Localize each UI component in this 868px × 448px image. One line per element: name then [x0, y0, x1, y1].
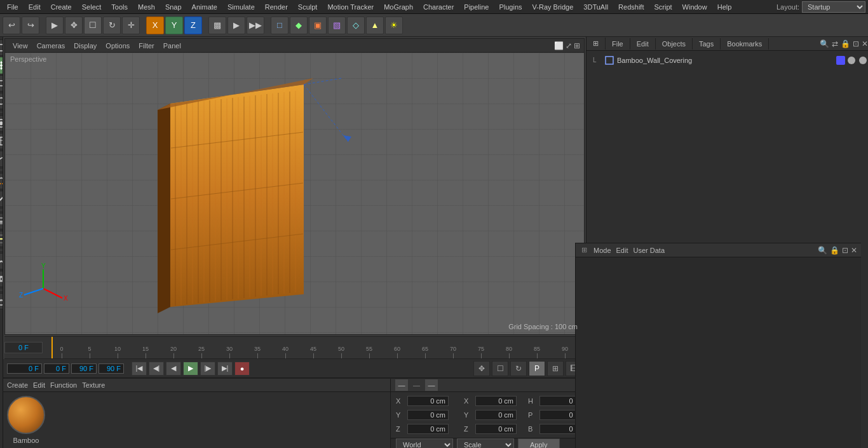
rotate-tool-button[interactable]: ↻ [103, 17, 121, 34]
vp-icon-lock[interactable]: ⊞ [574, 41, 580, 50]
redo-button[interactable]: ↪ [22, 17, 39, 34]
menu-animate[interactable]: Animate [187, 2, 222, 12]
mat-edit-menu[interactable]: Edit [33, 381, 45, 389]
vp-filter-menu[interactable]: Filter [135, 41, 158, 51]
attr-edit-menu[interactable]: Edit [616, 247, 628, 254]
menu-script[interactable]: Script [649, 2, 676, 12]
menu-tools[interactable]: Tools [107, 2, 132, 12]
menu-sculpt[interactable]: Sculpt [294, 2, 322, 12]
attr-userdata-menu[interactable]: User Data [634, 247, 665, 254]
z-pos2-input[interactable] [475, 424, 517, 434]
rpanel-tab-file[interactable]: File [606, 38, 630, 50]
cube-button[interactable]: □ [271, 17, 288, 34]
menu-file[interactable]: File [3, 2, 23, 12]
rp-search-icon[interactable]: 🔍 [820, 39, 829, 48]
camera-button[interactable]: ▲ [366, 17, 384, 34]
material-preview[interactable] [7, 396, 45, 434]
render-button[interactable]: ▶▶ [247, 17, 264, 34]
move-tool-button[interactable]: ✥ [65, 17, 83, 34]
play-back-button[interactable]: ◀ [166, 362, 181, 376]
x-pos-input[interactable] [407, 396, 449, 406]
vp-cameras-menu[interactable]: Cameras [33, 41, 69, 51]
go-end-button[interactable]: ▶| [217, 362, 233, 376]
menu-mograph[interactable]: MoGraph [379, 2, 417, 12]
attr-lock-icon[interactable]: 🔒 [830, 246, 839, 255]
current-frame-input[interactable] [7, 363, 42, 374]
transport-icon-4[interactable]: P [529, 361, 545, 376]
attr-mode-menu[interactable]: Mode [593, 247, 611, 254]
menu-mesh[interactable]: Mesh [133, 2, 159, 12]
rpanel-tab-tags[interactable]: Tags [693, 38, 721, 50]
menu-help[interactable]: Help [713, 2, 736, 12]
rpanel-tab-edit[interactable]: Edit [630, 38, 656, 50]
rp-arrows-icon[interactable]: ⇄ [832, 39, 838, 48]
z-pos-input[interactable] [407, 424, 449, 434]
effector-button[interactable]: ◇ [347, 17, 365, 34]
nurbs-button[interactable]: ▣ [309, 17, 327, 34]
go-start-button[interactable]: |◀ [132, 362, 147, 376]
menu-motion-tracker[interactable]: Motion Tracker [323, 2, 378, 12]
undo-button[interactable]: ↩ [3, 17, 20, 34]
scale-dropdown[interactable]: Scale Size [457, 438, 514, 448]
record-button[interactable]: ● [234, 362, 250, 376]
rp-close-icon[interactable]: ✕ [862, 39, 868, 48]
deformer-button[interactable]: ▧ [328, 17, 346, 34]
step-back-button[interactable]: ◀| [149, 362, 164, 376]
transport-icon-2[interactable]: ☐ [492, 361, 508, 376]
timeline-ruler[interactable]: 051015202530354045505560657075808590 [45, 337, 585, 358]
object-vis-btn[interactable] [848, 57, 855, 64]
rpanel-tab-grid[interactable]: ⊞ [587, 37, 606, 50]
menu-window[interactable]: Window [678, 2, 712, 12]
frame-start-input[interactable] [44, 363, 69, 374]
x-pos2-input[interactable] [475, 396, 517, 406]
light-button[interactable]: ☀ [385, 17, 403, 34]
tp-icon-2[interactable]: — [424, 379, 438, 391]
tp-icon-1[interactable]: — [395, 379, 409, 391]
mat-create-menu[interactable]: Create [7, 381, 28, 389]
apply-button[interactable]: Apply [518, 438, 560, 448]
mat-function-menu[interactable]: Function [50, 381, 77, 389]
vp-icon-expand[interactable]: ⬜ [554, 41, 564, 50]
select-tool-button[interactable]: ▶ [46, 17, 64, 34]
menu-render[interactable]: Render [261, 2, 292, 12]
object-row-bamboo[interactable]: L Bamboo_Wall_Covering [589, 53, 868, 67]
layout-select[interactable]: Startup Standard Animate [802, 1, 865, 13]
transport-icon-3[interactable]: ↻ [510, 361, 527, 376]
transport-icon-5[interactable]: ⊞ [547, 361, 564, 376]
rpanel-tab-bookmarks[interactable]: Bookmarks [721, 38, 769, 50]
render-view-button[interactable]: ▶ [227, 17, 245, 34]
transport-icon-1[interactable]: ✥ [473, 361, 490, 376]
play-forward-button[interactable]: ▶ [183, 362, 198, 376]
scale-tool-button[interactable]: ☐ [84, 17, 102, 34]
attr-layout-icon[interactable]: ⊡ [842, 246, 848, 255]
attr-search-icon[interactable]: 🔍 [818, 246, 827, 255]
menu-pipeline[interactable]: Pipeline [459, 2, 493, 12]
rp-layout-icon[interactable]: ⊡ [853, 39, 859, 48]
world-dropdown[interactable]: World Object Camera [396, 438, 453, 448]
render-region-button[interactable]: ▩ [208, 17, 226, 34]
vp-view-menu[interactable]: View [9, 41, 32, 51]
menu-simulate[interactable]: Simulate [223, 2, 259, 12]
y-axis-button[interactable]: Y [165, 17, 183, 34]
menu-character[interactable]: Character [419, 2, 458, 12]
menu-3dtoall[interactable]: 3DTuAll [579, 2, 613, 12]
spline-button[interactable]: ◆ [290, 17, 308, 34]
frame-end-input[interactable] [71, 363, 97, 374]
menu-create[interactable]: Create [46, 2, 76, 12]
y-pos2-input[interactable] [475, 410, 517, 420]
menu-plugins[interactable]: Plugins [494, 2, 526, 12]
vp-icon-move[interactable]: ⤢ [566, 41, 572, 50]
rpanel-tab-objects[interactable]: Objects [656, 38, 693, 50]
mat-texture-menu[interactable]: Texture [82, 381, 105, 389]
vp-options-menu[interactable]: Options [102, 41, 133, 51]
y-pos-input[interactable] [407, 410, 449, 420]
menu-vray[interactable]: V-Ray Bridge [528, 2, 578, 12]
transform-tool-button[interactable]: ✛ [122, 17, 140, 34]
viewport[interactable]: Perspective [5, 53, 584, 334]
menu-edit[interactable]: Edit [24, 2, 45, 12]
object-render-btn[interactable] [859, 57, 867, 64]
z-axis-button[interactable]: Z [184, 17, 202, 34]
fps-input[interactable] [98, 363, 124, 374]
menu-redshift[interactable]: Redshift [614, 2, 648, 12]
vp-panel-menu[interactable]: Panel [159, 41, 185, 51]
